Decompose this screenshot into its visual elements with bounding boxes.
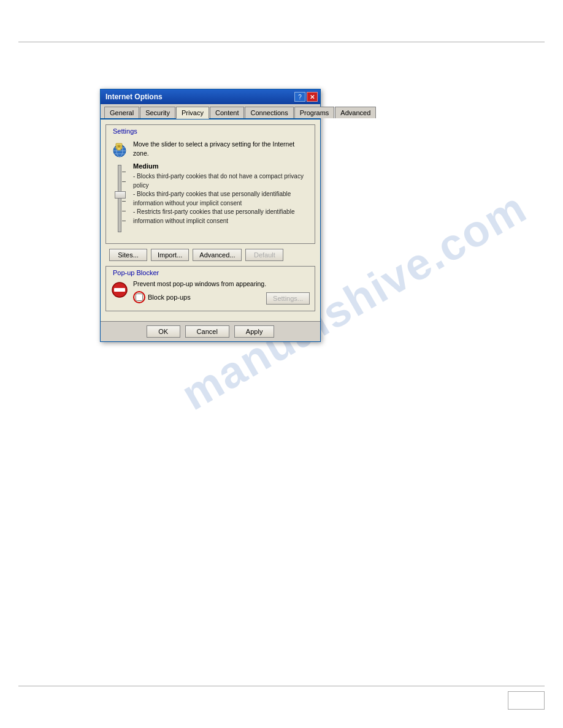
cancel-button[interactable]: Cancel bbox=[185, 325, 229, 338]
popup-text-col: Prevent most pop-up windows from appeari… bbox=[133, 280, 310, 306]
help-button[interactable]: ? bbox=[294, 92, 305, 102]
tab-bar: General Security Privacy Content Connect… bbox=[101, 104, 320, 119]
tab-security[interactable]: Security bbox=[140, 107, 175, 118]
popup-inner: Prevent most pop-up windows from appeari… bbox=[106, 278, 315, 311]
settings-group: Settings bbox=[105, 124, 315, 244]
block-popups-circle bbox=[133, 291, 145, 303]
top-separator bbox=[18, 42, 545, 42]
popup-blocker-group: Pop-up Blocker Prevent most pop-up windo… bbox=[105, 266, 315, 311]
svg-rect-9 bbox=[114, 288, 125, 292]
tab-advanced[interactable]: Advanced bbox=[335, 107, 376, 118]
privacy-bullets: - Blocks third-party cookies that do not… bbox=[133, 172, 310, 226]
settings-inner: Move the slider to select a privacy sett… bbox=[106, 136, 315, 243]
privacy-slider[interactable] bbox=[111, 165, 128, 238]
tab-general[interactable]: General bbox=[104, 107, 139, 118]
popup-blocker-icon bbox=[111, 281, 128, 298]
slider-tick bbox=[122, 221, 126, 221]
apply-button[interactable]: Apply bbox=[234, 325, 275, 338]
settings-buttons-row: Sites... Import... Advanced... Default bbox=[109, 249, 315, 261]
dialog-content: Settings bbox=[101, 119, 320, 321]
slider-tick bbox=[122, 172, 126, 172]
ok-button[interactable]: OK bbox=[147, 325, 180, 338]
slider-tick bbox=[122, 201, 126, 202]
internet-options-dialog: Internet Options ? ✕ General Security Pr… bbox=[100, 89, 321, 342]
slider-tick bbox=[122, 211, 126, 211]
dialog-title: Internet Options bbox=[103, 93, 163, 101]
bullet-1: - Blocks third-party cookies that do not… bbox=[133, 172, 310, 190]
popup-bottom-row: Block pop-ups Settings... bbox=[133, 291, 310, 306]
import-button[interactable]: Import... bbox=[151, 249, 189, 261]
page-number-box bbox=[508, 691, 545, 710]
tab-privacy[interactable]: Privacy bbox=[176, 107, 209, 119]
title-bar-buttons: ? ✕ bbox=[294, 92, 318, 102]
block-popups-checkbox[interactable] bbox=[136, 294, 143, 301]
settings-text-area: Move the slider to select a privacy sett… bbox=[133, 140, 310, 160]
tab-content[interactable]: Content bbox=[210, 107, 245, 118]
popup-checkbox-row: Block pop-ups bbox=[133, 291, 191, 303]
sites-button[interactable]: Sites... bbox=[109, 249, 147, 261]
slider-tick bbox=[122, 181, 126, 182]
close-button[interactable]: ✕ bbox=[307, 92, 318, 102]
popup-blocker-label: Pop-up Blocker bbox=[111, 269, 161, 276]
tab-connections[interactable]: Connections bbox=[245, 107, 293, 118]
slider-track bbox=[118, 165, 121, 232]
bullet-3: - Restricts first-party cookies that use… bbox=[133, 208, 310, 226]
title-bar: Internet Options ? ✕ bbox=[101, 89, 320, 104]
privacy-level-area: Medium - Blocks third-party cookies that… bbox=[133, 162, 310, 238]
settings-row: Move the slider to select a privacy sett… bbox=[111, 140, 310, 160]
dialog-bottom-buttons: OK Cancel Apply bbox=[101, 321, 320, 341]
svg-point-7 bbox=[118, 145, 120, 148]
popup-settings-button[interactable]: Settings... bbox=[266, 292, 310, 305]
block-popups-label: Block pop-ups bbox=[148, 294, 191, 301]
privacy-level: Medium bbox=[133, 162, 310, 170]
advanced-button[interactable]: Advanced... bbox=[193, 249, 242, 261]
bottom-separator bbox=[18, 686, 545, 686]
tab-programs[interactable]: Programs bbox=[294, 107, 335, 118]
bullet-2: - Blocks third-party cookies that use pe… bbox=[133, 190, 310, 208]
settings-group-label: Settings bbox=[111, 127, 139, 135]
privacy-icon bbox=[111, 141, 128, 158]
popup-row: Prevent most pop-up windows from appeari… bbox=[111, 280, 310, 306]
settings-description: Move the slider to select a privacy sett… bbox=[133, 140, 310, 157]
default-button[interactable]: Default bbox=[245, 249, 283, 261]
slider-thumb[interactable] bbox=[115, 191, 126, 199]
popup-description: Prevent most pop-up windows from appeari… bbox=[133, 280, 310, 287]
